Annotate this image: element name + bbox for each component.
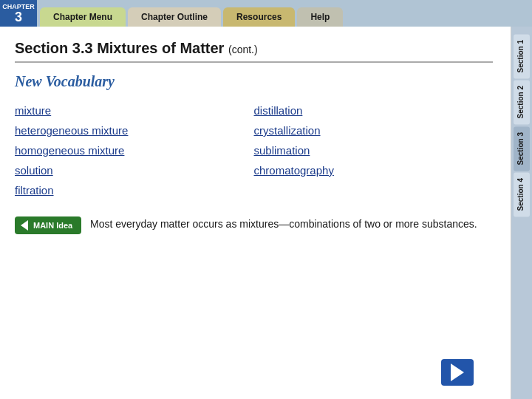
sidebar-section-1[interactable]: Section 1 [514,34,530,78]
sidebar-section-3[interactable]: Section 3 [514,126,530,171]
vocab-sublimation-real[interactable]: sublimation [254,140,494,160]
main-idea-badge: MAIN Idea [15,216,81,234]
main-idea-text: Most everyday matter occurs as mixtures—… [90,216,477,232]
nav-arrow-container [441,359,474,386]
vocab-heterogeneous-mixture[interactable]: heterogeneous mixture [15,120,254,140]
main-idea-badge-text: MAIN Idea [33,221,72,230]
tab-chapter-outline[interactable]: Chapter Outline [128,7,221,27]
vocab-chromatography[interactable]: chromatography [254,160,494,180]
vocab-homogeneous-mixture[interactable]: homogeneous mixture [15,140,254,160]
chapter-number: 3 [15,10,22,24]
vocabulary-grid: mixture distillation heterogeneous mixtu… [15,100,493,200]
tab-resources[interactable]: Resources [223,7,295,27]
section-title: Section 3.3 Mixtures of Matter (cont.) [15,40,493,63]
vocab-header: New Vocabulary [15,73,493,90]
main-idea-arrow-icon [21,220,28,231]
right-sidebar: Section 1 Section 2 Section 3 Section 4 [511,27,532,399]
chapter-badge: CHAPTER 3 [0,0,37,27]
vocab-distillation[interactable]: distillation [254,100,494,120]
section-title-text: Section 3.3 Mixtures of Matter [15,40,224,56]
main-wrapper: Section 3.3 Mixtures of Matter (cont.) N… [0,27,532,399]
vocab-solution[interactable]: solution [15,160,254,180]
tab-help[interactable]: Help [297,7,343,27]
vocab-mixture[interactable]: mixture [15,100,254,120]
main-idea-section: MAIN Idea Most everyday matter occurs as… [15,216,493,234]
next-button[interactable] [441,359,474,386]
section-title-cont: (cont.) [228,44,258,55]
top-navigation: CHAPTER 3 Chapter Menu Chapter Outline R… [0,0,532,27]
vocab-crystallization[interactable]: crystallization [254,120,494,140]
sidebar-section-2[interactable]: Section 2 [514,80,530,124]
content-area: Section 3.3 Mixtures of Matter (cont.) N… [0,27,511,399]
tab-chapter-menu[interactable]: Chapter Menu [40,7,126,27]
vocab-filtration[interactable]: filtration [15,180,254,200]
nav-tabs: Chapter Menu Chapter Outline Resources H… [37,0,532,27]
sidebar-section-4[interactable]: Section 4 [514,172,530,216]
